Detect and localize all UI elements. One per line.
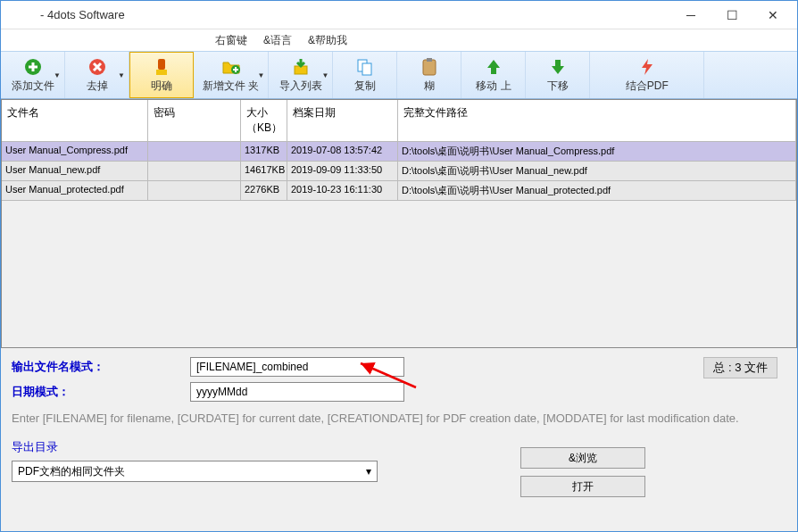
paste-icon xyxy=(420,57,439,77)
browse-button[interactable]: &浏览 xyxy=(520,447,645,469)
output-panel: 总 : 3 文件 输出文件名模式： 日期模式： Enter [FILENAME]… xyxy=(1,347,797,531)
filename-pattern-input[interactable] xyxy=(190,357,404,377)
add-file-button[interactable]: 添加文件 ▼ xyxy=(1,52,65,98)
file-grid: 文件名 密码 大小（KB） 档案日期 完整文件路径 User Manual_Co… xyxy=(1,99,797,364)
grid-empty-area xyxy=(2,201,796,363)
close-button[interactable]: ✕ xyxy=(752,2,794,29)
col-filename[interactable]: 文件名 xyxy=(2,100,148,142)
grid-header: 文件名 密码 大小（KB） 档案日期 完整文件路径 xyxy=(2,100,796,142)
col-size[interactable]: 大小（KB） xyxy=(241,100,287,142)
combine-pdf-button[interactable]: 结合PDF xyxy=(590,52,704,98)
import-icon xyxy=(291,57,311,77)
minimize-button[interactable]: ─ xyxy=(670,2,711,29)
svg-rect-9 xyxy=(427,58,432,62)
col-path[interactable]: 完整文件路径 xyxy=(398,100,796,142)
table-row[interactable]: User Manual_new.pdf 14617KB 2019-09-09 1… xyxy=(2,162,796,181)
menu-language[interactable]: &语言 xyxy=(263,33,292,48)
title-bar: - 4dots Software ─ ☐ ✕ xyxy=(1,1,797,29)
export-dir-combo[interactable]: PDF文档的相同文件夹 ▾ xyxy=(12,461,378,482)
remove-button[interactable]: 去掉 ▼ xyxy=(65,52,129,98)
clear-button[interactable]: 明确 xyxy=(129,52,194,98)
svg-rect-2 xyxy=(158,59,165,70)
copy-button[interactable]: 复制 xyxy=(333,52,397,98)
date-pattern-input[interactable] xyxy=(190,382,404,402)
remove-icon xyxy=(87,57,107,77)
menu-help[interactable]: &帮助我 xyxy=(308,33,347,48)
arrow-down-icon xyxy=(548,57,568,77)
filename-pattern-label: 输出文件名模式： xyxy=(12,359,190,375)
toolbar: 添加文件 ▼ 去掉 ▼ 明确 新增文件 夹 ▼ 导入列表 ▼ 复制 糊 移动 上… xyxy=(1,51,797,99)
pattern-hint-text: Enter [FILENAME] for filename, [CURDATE]… xyxy=(12,411,786,427)
open-button[interactable]: 打开 xyxy=(520,476,645,497)
move-down-button[interactable]: 下移 xyxy=(526,52,590,98)
export-dir-label: 导出目录 xyxy=(12,439,786,455)
dropdown-icon[interactable]: ▼ xyxy=(54,71,61,79)
dropdown-icon[interactable]: ▼ xyxy=(118,71,125,79)
file-count-summary: 总 : 3 文件 xyxy=(703,357,777,378)
maximize-button[interactable]: ☐ xyxy=(711,2,752,29)
col-date[interactable]: 档案日期 xyxy=(287,100,398,142)
import-list-button[interactable]: 导入列表 ▼ xyxy=(269,52,333,98)
table-row[interactable]: User Manual_Compress.pdf 1317KB 2019-07-… xyxy=(2,142,796,162)
menu-bar: 右窗键 &语言 &帮助我 xyxy=(1,29,797,51)
col-password[interactable]: 密码 xyxy=(148,100,241,142)
folder-add-icon xyxy=(221,57,241,77)
table-row[interactable]: User Manual_protected.pdf 2276KB 2019-10… xyxy=(2,181,796,201)
svg-rect-8 xyxy=(423,60,436,75)
svg-rect-7 xyxy=(362,63,371,75)
new-folder-button[interactable]: 新增文件 夹 ▼ xyxy=(194,52,269,98)
paste-button[interactable]: 糊 xyxy=(397,52,461,98)
date-pattern-label: 日期模式： xyxy=(12,384,190,400)
lightning-icon xyxy=(637,57,657,77)
clear-icon xyxy=(152,57,171,77)
dropdown-icon[interactable]: ▼ xyxy=(321,71,328,79)
window-title: - 4dots Software xyxy=(4,8,670,21)
arrow-up-icon xyxy=(484,57,503,77)
svg-rect-3 xyxy=(156,70,167,75)
dropdown-icon[interactable]: ▼ xyxy=(257,71,264,79)
copy-icon xyxy=(355,57,375,77)
move-up-button[interactable]: 移动 上 xyxy=(461,52,526,98)
chevron-down-icon: ▾ xyxy=(366,465,371,478)
menu-rightkey[interactable]: 右窗键 xyxy=(215,33,247,48)
add-icon xyxy=(23,57,43,77)
